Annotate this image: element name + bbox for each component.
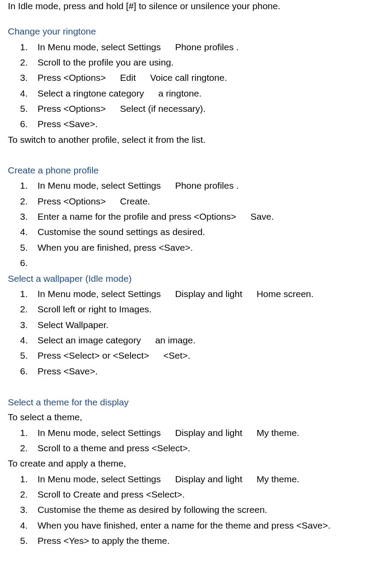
heading-create-profile: Create a phone profile (8, 164, 384, 176)
list-item: Press <Save>. (38, 365, 384, 377)
heading-select-wallpaper: Select a wallpaper (Idle mode) (8, 273, 384, 285)
ringtone-outro: To switch to another profile, select it … (8, 134, 384, 146)
list-item: Customise the theme as desired by follow… (38, 504, 384, 516)
steps-select-theme-2: In Menu mode, select Settings Display an… (8, 473, 384, 547)
list-item: Select a ringtone category a ringtone. (38, 87, 384, 100)
list-item: Press <Select> or <Select> <Set>. (38, 349, 384, 362)
list-item: When you are finished, press <Save>. (38, 242, 384, 254)
list-item: Press <Yes> to apply the theme. (38, 535, 384, 547)
list-item: Select Wallpaper. (38, 319, 384, 331)
list-item: Scroll left or right to Images. (38, 303, 384, 315)
theme-intro-2: To create and apply a theme, (8, 457, 384, 470)
list-item: Enter a name for the profile and press <… (38, 211, 384, 223)
heading-select-theme: Select a theme for the display (8, 396, 384, 408)
list-item: In Menu mode, select Settings Display an… (38, 288, 384, 300)
steps-select-theme-1: In Menu mode, select Settings Display an… (8, 427, 384, 455)
list-item: Press <Options> Edit Voice call ringtone… (38, 72, 384, 84)
heading-change-ringtone: Change your ringtone (8, 25, 384, 38)
list-item: Customise the sound settings as desired. (38, 226, 384, 238)
steps-create-profile: In Menu mode, select Settings Phone prof… (8, 180, 384, 269)
list-item: Scroll to the profile you are using. (38, 56, 384, 69)
theme-intro-1: To select a theme, (8, 411, 384, 423)
list-item: Press <Options> Create. (38, 195, 384, 208)
list-item: In Menu mode, select Settings Phone prof… (38, 180, 384, 192)
list-item: When you have finished, enter a name for… (38, 519, 384, 532)
list-item: Scroll to a theme and press <Select>. (38, 442, 384, 454)
steps-change-ringtone: In Menu mode, select Settings Phone prof… (8, 41, 384, 131)
list-item: Scroll to Create and press <Select>. (38, 488, 384, 501)
list-item: In Menu mode, select Settings Display an… (38, 473, 384, 485)
list-item: In Menu mode, select Settings Display an… (38, 427, 384, 439)
list-item (38, 257, 384, 269)
list-item: In Menu mode, select Settings Phone prof… (38, 41, 384, 53)
steps-select-wallpaper: In Menu mode, select Settings Display an… (8, 288, 384, 377)
intro-text: In Idle mode, press and hold [#] to sile… (8, 0, 384, 12)
list-item: Select an image category an image. (38, 334, 384, 346)
list-item: Press <Save>. (38, 118, 384, 130)
list-item: Press <Options> Select (if necessary). (38, 103, 384, 115)
